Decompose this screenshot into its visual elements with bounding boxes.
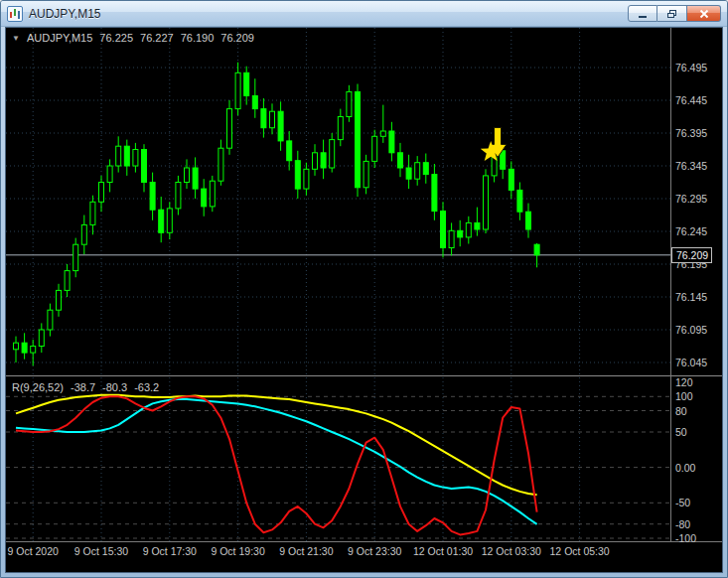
time-axis-label: 9 Oct 15:30 [65, 545, 138, 557]
indicator-axis-label: 100 [675, 390, 693, 402]
indicator-axis-label: 50 [675, 426, 687, 438]
window-titlebar[interactable]: AUDJPY,M15 [1, 1, 727, 27]
price-axis-label: 76.145 [675, 291, 707, 303]
indicator-axis-label: 120 [675, 376, 693, 388]
price-axis-label: 76.245 [675, 225, 707, 237]
indicator-axis-label: 80 [675, 405, 687, 417]
close-button[interactable] [687, 5, 721, 22]
chart-symbol-label: AUDJPY,M15 [27, 32, 92, 44]
restore-button[interactable] [657, 5, 687, 22]
chart-area[interactable]: ▼ AUDJPY,M15 76.225 76.227 76.190 76.209… [5, 27, 723, 573]
indicator-line-fast-red [16, 396, 537, 534]
indicator-header: R(9,26,52) -38.7 -80.3 -63.2 [12, 381, 159, 393]
pane-divider[interactable] [6, 375, 722, 376]
price-axis-label: 76.095 [675, 324, 707, 336]
price-axis-label: 76.395 [675, 127, 707, 139]
current-price-badge: 76.209 [671, 247, 712, 263]
indicator-plot[interactable] [6, 377, 670, 541]
price-axis-label: 76.445 [675, 94, 707, 106]
ohlc-low-value: 76.190 [181, 32, 215, 44]
indicator-axis-label: 0.00 [675, 462, 695, 474]
mt4-chart-window: AUDJPY,M15 ▼ AUDJPY,M15 76.225 76.227 76… [0, 0, 728, 578]
minimize-button[interactable] [628, 5, 657, 22]
indicator-line-slow-yellow [16, 395, 537, 496]
time-axis-label: 9 Oct 23:30 [338, 545, 411, 557]
minimize-icon [638, 9, 648, 19]
chart-ohlc-header: ▼ AUDJPY,M15 76.225 76.227 76.190 76.209 [12, 32, 254, 44]
indicator-axis-label: -100 [675, 532, 696, 544]
indicator-axis-label: -80 [675, 518, 690, 530]
indicator-grid [6, 377, 670, 541]
time-axis-label: 9 Oct 2020 [5, 545, 70, 557]
chart-window-icon [7, 6, 23, 22]
indicator-name: R(9,26,52) [12, 381, 64, 393]
time-axis-label: 12 Oct 05:30 [543, 545, 617, 557]
price-axis-label: 76.345 [675, 160, 707, 172]
time-axis-label: 9 Oct 19:30 [202, 545, 275, 557]
price-axis-label: 76.295 [675, 193, 707, 205]
main-grid [6, 28, 670, 375]
ohlc-high-value: 76.227 [140, 32, 174, 44]
candles [14, 63, 540, 366]
price-axis-divider [670, 28, 671, 541]
window-controls [628, 5, 721, 22]
close-icon [699, 9, 709, 19]
time-axis-label: 9 Oct 21:30 [269, 545, 343, 557]
time-axis-divider [6, 541, 722, 542]
indicator-value-2: -80.3 [102, 381, 127, 393]
chart-collapse-arrow[interactable]: ▼ [12, 34, 20, 43]
restore-icon [666, 9, 677, 19]
price-axis-label: 76.495 [675, 62, 707, 73]
indicator-value-1: -38.7 [71, 381, 95, 393]
ohlc-close-value: 76.209 [220, 32, 254, 44]
indicator-value-3: -63.2 [134, 381, 159, 393]
price-chart-plot[interactable] [6, 28, 670, 375]
time-axis-label: 9 Oct 17:30 [133, 545, 207, 557]
window-title: AUDJPY,M15 [29, 7, 100, 21]
time-axis-label: 12 Oct 03:30 [475, 545, 548, 557]
price-axis-label: 76.045 [675, 357, 707, 368]
time-axis-label: 12 Oct 01:30 [406, 545, 480, 557]
indicator-line-mid-cyan [16, 399, 537, 524]
indicator-axis-label: -50 [675, 497, 690, 508]
ohlc-open-value: 76.225 [99, 32, 133, 44]
